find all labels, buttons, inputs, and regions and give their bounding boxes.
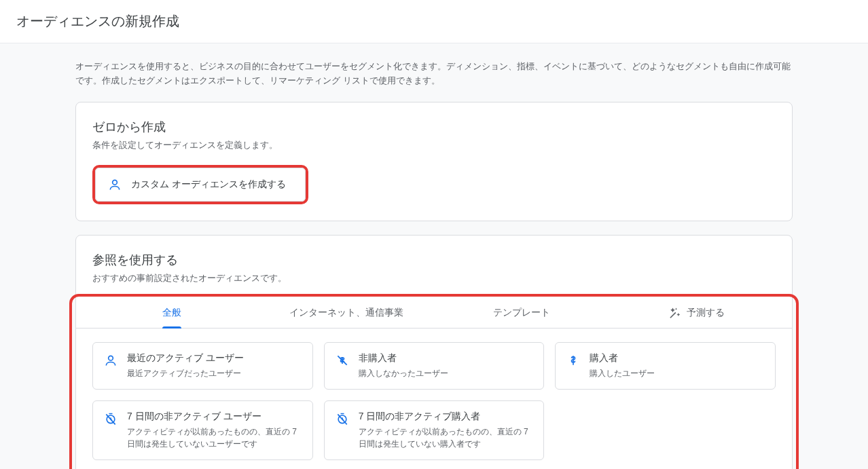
page-header: オーディエンスの新規作成 (0, 0, 868, 43)
create-custom-audience-label: カスタム オーディエンスを作成する (131, 179, 286, 191)
svg-point-0 (113, 180, 117, 185)
tab-internet-telecom-label: インターネット、通信事業 (289, 307, 403, 319)
tab-predict-label: 予測する (687, 307, 725, 319)
tab-internet-telecom[interactable]: インターネット、通信事業 (259, 298, 435, 328)
reference-tabs: 全般 インターネット、通信事業 テンプレート 予測する (76, 298, 792, 329)
tile-title: 7 日間の非アクティブ ユーザー (127, 411, 302, 423)
tab-predict[interactable]: 予測する (609, 298, 784, 328)
tile-desc: アクティビティが以前あったものの、直近の 7 日間は発生していない購入者です (359, 426, 533, 450)
tab-templates[interactable]: テンプレート (434, 298, 609, 328)
svg-point-1 (109, 356, 113, 360)
tile-7day-inactive-purchasers[interactable]: 7 日間の非アクティブ購入者 アクティビティが以前あったものの、直近の 7 日間… (324, 400, 545, 460)
tile-desc: 購入しなかったユーザー (359, 367, 448, 379)
tab-general-label: 全般 (162, 307, 181, 319)
reference-card-title: 参照を使用する (92, 252, 776, 268)
clock-off-icon (336, 411, 349, 450)
tile-title: 7 日間の非アクティブ購入者 (359, 411, 533, 423)
page-title: オーディエンスの新規作成 (16, 12, 852, 31)
tile-desc: 最近アクティブだったユーザー (127, 367, 244, 379)
main-content: オーディエンスを使用すると、ビジネスの目的に合わせてユーザーをセグメント化できま… (0, 43, 868, 469)
tile-purchasers[interactable]: 購入者 購入したユーザー (555, 342, 776, 390)
tile-recent-active-users[interactable]: 最近のアクティブ ユーザー 最近アクティブだったユーザー (92, 342, 313, 390)
create-custom-audience-button[interactable]: カスタム オーディエンスを作成する (95, 168, 306, 202)
tile-7day-inactive-users[interactable]: 7 日間の非アクティブ ユーザー アクティビティが以前あったものの、直近の 7 … (92, 400, 313, 460)
person-icon (108, 178, 122, 191)
no-money-icon (336, 352, 349, 379)
highlight-marker: カスタム オーディエンスを作成する (92, 165, 308, 204)
tab-templates-label: テンプレート (493, 307, 550, 319)
create-from-scratch-card: ゼロから作成 条件を設定してオーディエンスを定義します。 カスタム オーディエン… (75, 102, 793, 221)
intro-text: オーディエンスを使用すると、ビジネスの目的に合わせてユーザーをセグメント化できま… (75, 60, 793, 88)
tile-title: 非購入者 (359, 352, 448, 364)
tiles-grid: 最近のアクティブ ユーザー 最近アクティブだったユーザー 非購入者 購入しなかっ… (92, 342, 776, 460)
tab-general[interactable]: 全般 (84, 298, 259, 328)
reference-card-subtitle: おすすめの事前設定されたオーディエンスです。 (92, 272, 776, 284)
tile-title: 購入者 (590, 352, 655, 364)
person-icon (104, 352, 117, 379)
scratch-card-title: ゼロから作成 (92, 119, 776, 135)
clock-off-icon (104, 411, 117, 450)
tile-title: 最近のアクティブ ユーザー (127, 352, 244, 364)
tile-desc: アクティビティが以前あったものの、直近の 7 日間は発生していないユーザーです (127, 426, 302, 450)
scratch-card-subtitle: 条件を設定してオーディエンスを定義します。 (92, 139, 776, 151)
magic-wand-icon (668, 306, 681, 320)
dollar-icon (566, 352, 580, 379)
tile-desc: 購入したユーザー (590, 367, 655, 379)
tile-non-purchasers[interactable]: 非購入者 購入しなかったユーザー (324, 342, 545, 390)
use-reference-card: 参照を使用する おすすめの事前設定されたオーディエンスです。 全般 インターネッ… (75, 235, 793, 469)
